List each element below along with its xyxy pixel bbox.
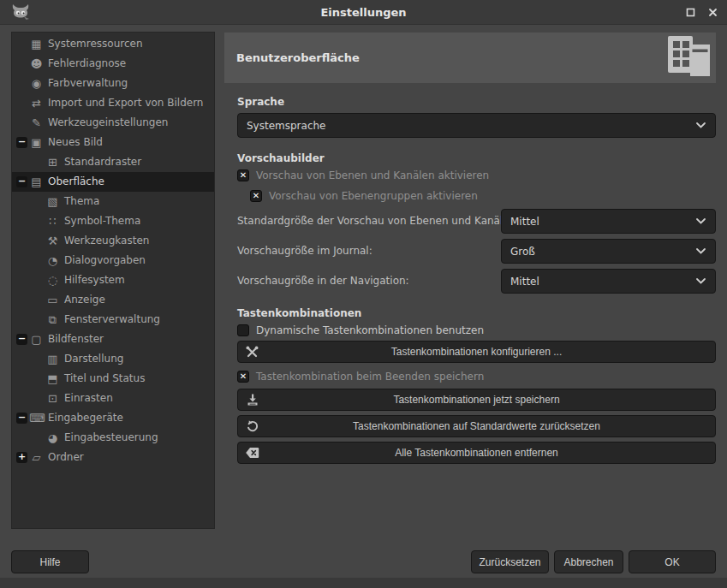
color-management-icon: ◉: [29, 74, 44, 93]
sidebar-item-label: Darstellung: [64, 349, 123, 369]
row-label: Vorschaugröße im Journal:: [237, 239, 372, 264]
sidebar-item[interactable]: ⚒Werkzeugkasten: [12, 231, 214, 251]
window-title: Einstellungen: [320, 6, 406, 19]
checkbox-unchecked-icon[interactable]: [237, 324, 249, 336]
collapse-minus-icon[interactable]: −: [16, 137, 27, 148]
sidebar-item-label: Werkzeugkasten: [64, 231, 149, 251]
checkbox-checked-icon[interactable]: [250, 190, 262, 202]
window-management-icon: ⧉: [45, 310, 60, 330]
sidebar-item[interactable]: ⬒Titel und Status: [12, 369, 214, 389]
dynamic-shortcuts-checkbox-row[interactable]: Dynamische Tastenkombinationen benutzen: [237, 324, 716, 336]
save-shortcuts-now-button[interactable]: Tastenkombinationen jetzt speichern: [237, 389, 716, 411]
sidebar-item-label: Fehlerdiagnose: [48, 54, 126, 74]
undo-preview-size-row: Vorschaugröße im Journal: Groß: [224, 239, 716, 264]
sidebar-item[interactable]: ⊡Einrasten: [12, 389, 214, 408]
sidebar-item[interactable]: −⌨Eingabegeräte: [12, 408, 214, 428]
system-resources-icon: ▦: [29, 34, 44, 54]
sidebar-item[interactable]: ▧Thema: [12, 192, 214, 211]
sidebar-item[interactable]: ◕Eingabesteuerung: [12, 428, 214, 448]
undo-preview-size-select[interactable]: Groß: [501, 239, 716, 264]
section-title-previews: Vorschaubilder: [237, 152, 716, 164]
sidebar-item[interactable]: ◉Farbverwaltung: [12, 74, 214, 93]
button-label: Alle Tastenkombinationen entfernen: [395, 447, 558, 459]
image-window-icon: ▢: [29, 330, 44, 349]
collapse-minus-icon[interactable]: −: [16, 413, 27, 424]
sidebar-item-label: Fensterverwaltung: [64, 310, 160, 330]
clear-icon: [245, 446, 259, 460]
input-controllers-icon: ◕: [45, 428, 60, 448]
expand-plus-icon[interactable]: +: [16, 452, 27, 463]
save-shortcuts-on-exit-checkbox-row[interactable]: Tastenkombination beim Beenden speichern: [237, 371, 716, 383]
snapping-icon: ⊡: [45, 389, 60, 408]
checkbox-checked-icon[interactable]: [237, 371, 249, 383]
select-value: Mittel: [510, 276, 539, 288]
window-bottom-edge: [0, 578, 727, 588]
debugging-wilber-icon: ☻: [29, 54, 44, 74]
row-label: Standardgröße der Vorschau von Ebenen un…: [237, 209, 519, 234]
sidebar-item[interactable]: ▥Darstellung: [12, 349, 214, 369]
language-select-value: Systemsprache: [247, 120, 326, 132]
save-icon: [245, 393, 259, 407]
sidebar-item[interactable]: ⧉Fensterverwaltung: [12, 310, 214, 330]
default-preview-size-row: Standardgröße der Vorschau von Ebenen un…: [224, 209, 716, 234]
navigation-preview-size-row: Vorschaugröße in der Navigation: Mittel: [224, 269, 716, 294]
sidebar-item-label: Anzeige: [64, 290, 105, 310]
reset-button[interactable]: Zurücksetzen: [471, 550, 549, 573]
checkbox-label: Vorschau von Ebenengruppen aktivieren: [269, 190, 478, 202]
sidebar-item[interactable]: ✎Werkzeugeinstellungen: [12, 113, 214, 133]
sidebar-item[interactable]: ⊞Standardraster: [12, 152, 214, 172]
collapse-minus-icon[interactable]: −: [16, 176, 27, 187]
sidebar-item-label: Farbverwaltung: [48, 74, 128, 93]
button-label: Abbrechen: [563, 556, 613, 568]
button-label: OK: [664, 556, 679, 568]
sidebar-item-label: Oberfläche: [48, 172, 104, 192]
sidebar-item-label: Hilfesystem: [64, 270, 125, 290]
chevron-down-icon: [695, 247, 706, 255]
reset-shortcuts-button[interactable]: Tastenkombinationen auf Standardwerte zu…: [237, 415, 716, 437]
sidebar-item[interactable]: −▤Oberfläche: [12, 172, 214, 192]
theme-icon: ▧: [45, 192, 60, 211]
sidebar-item[interactable]: ▭Anzeige: [12, 290, 214, 310]
settings-nav-tree: ▦Systemressourcen☻Fehlerdiagnose◉Farbver…: [11, 32, 215, 529]
configure-shortcuts-button[interactable]: Tastenkombinationen konfigurieren ...: [237, 341, 716, 363]
help-button[interactable]: Hilfe: [11, 550, 89, 573]
sidebar-item[interactable]: ◔Dialogvorgaben: [12, 251, 214, 270]
page-header: Benutzeroberfläche: [224, 33, 716, 83]
chevron-down-icon: [695, 217, 706, 225]
sidebar-item[interactable]: −▣Neues Bild: [12, 133, 214, 152]
maximize-button[interactable]: [685, 7, 696, 18]
title-status-icon: ⬒: [45, 369, 60, 389]
checkbox-label: Vorschau von Ebenen und Kanälen aktivier…: [256, 169, 489, 181]
default-preview-size-select[interactable]: Mittel: [501, 209, 716, 234]
button-label: Tastenkombinationen auf Standardwerte zu…: [353, 420, 600, 432]
sidebar-item[interactable]: ▦Systemressourcen: [12, 34, 214, 54]
sidebar-item-label: Symbol-Thema: [64, 211, 140, 231]
clear-shortcuts-button[interactable]: Alle Tastenkombinationen entfernen: [237, 442, 716, 464]
default-grid-icon: ⊞: [45, 152, 60, 172]
language-select[interactable]: Systemsprache: [237, 113, 716, 138]
sidebar-item[interactable]: ∷Symbol-Thema: [12, 211, 214, 231]
sidebar-item[interactable]: −▢Bildfenster: [12, 330, 214, 349]
ok-button[interactable]: OK: [629, 550, 716, 573]
layer-channel-previews-checkbox-row[interactable]: Vorschau von Ebenen und Kanälen aktivier…: [237, 169, 716, 181]
sidebar-item[interactable]: ◌Hilfesystem: [12, 270, 214, 290]
interface-icon: ▤: [29, 172, 44, 192]
sidebar-item[interactable]: ⇄Import und Export von Bildern: [12, 93, 214, 113]
chevron-down-icon: [695, 122, 706, 129]
checkbox-checked-icon[interactable]: [237, 169, 249, 181]
row-label: Vorschaugröße in der Navigation:: [237, 269, 409, 294]
collapse-minus-icon[interactable]: −: [16, 334, 27, 345]
toolbox-icon: ⚒: [45, 231, 60, 251]
close-button[interactable]: [707, 7, 718, 18]
sidebar-item[interactable]: +▱Ordner: [12, 448, 214, 467]
sidebar-item-label: Dialogvorgaben: [64, 251, 146, 270]
new-image-icon: ▣: [29, 133, 44, 152]
page-title: Benutzeroberfläche: [236, 51, 666, 64]
sidebar-item[interactable]: ☻Fehlerdiagnose: [12, 54, 214, 74]
navigation-preview-size-select[interactable]: Mittel: [501, 269, 716, 294]
cancel-button[interactable]: Abbrechen: [554, 550, 623, 573]
layer-group-previews-checkbox-row[interactable]: Vorschau von Ebenengruppen aktivieren: [250, 190, 716, 202]
sidebar-item-label: Eingabesteuerung: [64, 428, 158, 448]
dialog-defaults-icon: ◔: [45, 251, 60, 270]
reset-icon: [245, 419, 259, 434]
